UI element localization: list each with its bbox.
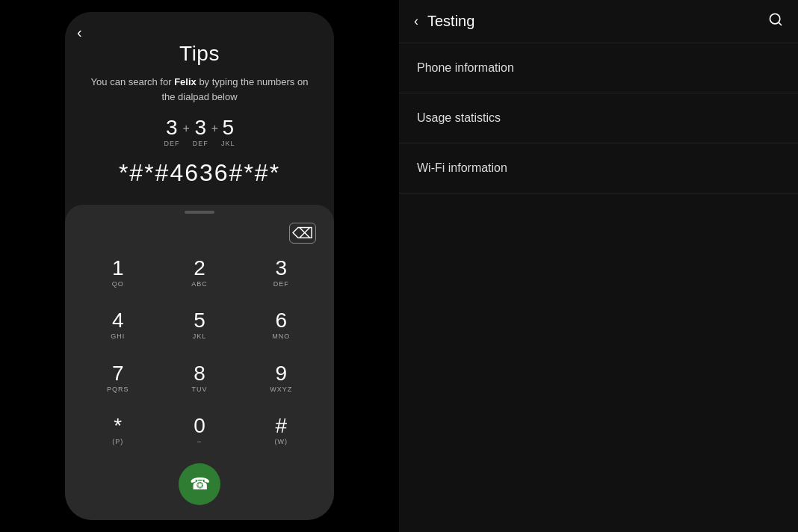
key-letters-8: TUV	[191, 386, 207, 394]
key-letters-6: MNO	[272, 332, 290, 341]
menu-item-label: Phone information	[417, 61, 514, 74]
back-button[interactable]: ‹	[77, 24, 82, 41]
key-hash[interactable]: # (W)	[241, 405, 322, 458]
letter-key-3b: 3 DEF	[193, 116, 208, 147]
phone-icon: ☎	[190, 474, 210, 494]
key-2[interactable]: 2 ABC	[158, 247, 240, 300]
key-letters-5: JKL	[193, 332, 207, 341]
letter-combo: 3 DEF + 3 DEF + 5 JKL	[83, 116, 316, 147]
key-number: 3	[164, 116, 179, 140]
delete-button-row: ⌫	[65, 223, 334, 244]
key-number-2: 2	[194, 258, 205, 279]
menu-item-usage-stats[interactable]: Usage statistics	[399, 93, 798, 143]
key-number-9: 9	[276, 363, 288, 384]
key-letters-3: DEF	[273, 280, 289, 288]
key-number-star: *	[114, 415, 122, 436]
key-number-8: 8	[194, 363, 205, 384]
plus-sign: +	[182, 122, 189, 135]
plus-sign-2: +	[211, 122, 218, 135]
key-letters-hash: (W)	[275, 438, 288, 446]
key-7[interactable]: 7 PQRS	[77, 352, 158, 405]
key-8[interactable]: 8 TUV	[158, 352, 240, 405]
key-letters-1: QO	[112, 280, 124, 288]
key-letters-star: (P)	[112, 438, 123, 446]
key-1[interactable]: 1 QO	[77, 247, 158, 300]
delete-button[interactable]: ⌫	[289, 223, 316, 244]
drag-handle	[185, 211, 214, 214]
phone-screen: ‹ Tips You can search for Felix by typin…	[65, 12, 334, 520]
search-back-button[interactable]: ‹	[414, 13, 418, 29]
key-sub: DEF	[193, 140, 208, 147]
key-number-4: 4	[112, 310, 124, 331]
tips-title: Tips	[83, 42, 316, 66]
call-button[interactable]: ☎	[179, 463, 220, 505]
tips-section: ‹ Tips You can search for Felix by typin…	[65, 12, 334, 205]
key-letters-7: PQRS	[107, 386, 129, 394]
key-sub: JKL	[221, 140, 235, 147]
key-number-7: 7	[112, 363, 124, 384]
search-title: Testing	[427, 13, 759, 30]
letter-key-5: 5 JKL	[221, 116, 235, 147]
key-letters-2: ABC	[191, 280, 208, 288]
key-letters-4: GHI	[111, 332, 125, 341]
menu-item-label: Wi-Fi information	[417, 161, 507, 174]
key-number-1: 1	[112, 258, 124, 279]
key-number: 3	[193, 116, 208, 140]
key-sub: DEF	[164, 140, 179, 147]
key-number: 5	[221, 116, 235, 140]
key-number-3: 3	[276, 258, 288, 279]
left-panel: ‹ Tips You can search for Felix by typin…	[0, 0, 399, 532]
key-number-5: 5	[194, 310, 205, 331]
menu-item-phone-info[interactable]: Phone information	[399, 43, 798, 93]
menu-item-label: Usage statistics	[417, 111, 501, 124]
svg-line-1	[779, 22, 782, 25]
key-number-hash: #	[276, 415, 288, 436]
menu-list: Phone information Usage statistics Wi-Fi…	[399, 43, 798, 194]
right-panel: ‹ Testing Phone information Usage statis…	[399, 0, 798, 532]
key-number-6: 6	[276, 310, 288, 331]
dialpad-section: ⌫ 1 QO 2 ABC 3 DEF 4 GHI	[65, 205, 334, 520]
dial-code: *#*#4636#*#*	[83, 159, 316, 187]
search-icon[interactable]	[768, 12, 783, 31]
key-9[interactable]: 9 WXYZ	[241, 352, 322, 405]
key-star[interactable]: * (P)	[77, 405, 158, 458]
key-3[interactable]: 3 DEF	[241, 247, 322, 300]
menu-item-wifi-info[interactable]: Wi-Fi information	[399, 143, 798, 194]
key-0[interactable]: 0 –	[158, 405, 240, 458]
keypad-grid: 1 QO 2 ABC 3 DEF 4 GHI 5 JKL	[65, 247, 334, 457]
tips-description: You can search for Felix by typing the n…	[83, 75, 316, 104]
key-5[interactable]: 5 JKL	[158, 300, 240, 353]
key-letters-0: –	[197, 438, 202, 446]
key-letters-9: WXYZ	[270, 386, 292, 394]
key-4[interactable]: 4 GHI	[77, 300, 158, 353]
letter-key-3a: 3 DEF	[164, 116, 179, 147]
call-button-row: ☎	[65, 457, 334, 520]
key-6[interactable]: 6 MNO	[241, 300, 322, 353]
key-number-0: 0	[194, 415, 205, 436]
search-header: ‹ Testing	[399, 0, 798, 43]
